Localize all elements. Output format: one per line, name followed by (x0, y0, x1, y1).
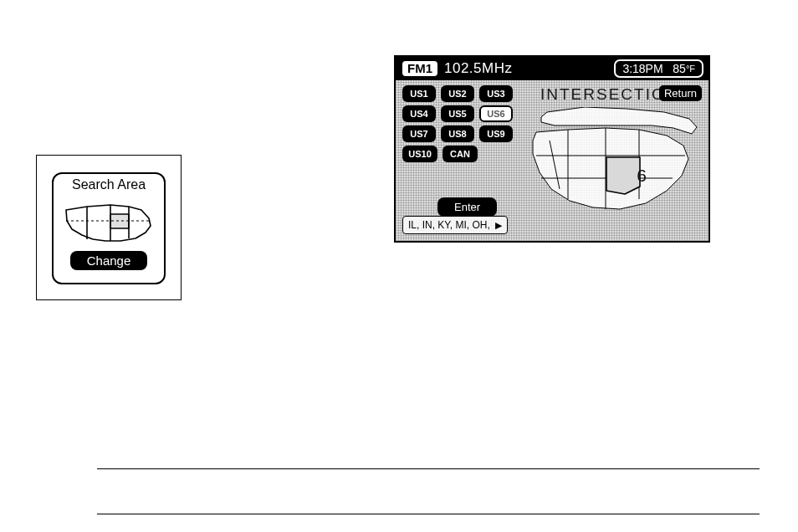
region-grid: US1 US2 US3 US4 US5 US6 US7 US8 US9 US10… (402, 85, 528, 166)
radio-band-chip[interactable]: FM1 (401, 59, 439, 78)
change-button[interactable]: Change (70, 251, 148, 270)
footer-rule-top (97, 468, 760, 469)
search-area-frame: Search Area Change (52, 172, 166, 284)
region-us2[interactable]: US2 (441, 85, 474, 102)
search-area-mini-map (62, 197, 156, 246)
region-us4[interactable]: US4 (402, 105, 436, 122)
region-us8[interactable]: US8 (441, 125, 474, 142)
map-region-number: 6 (637, 166, 647, 186)
region-us10[interactable]: US10 (402, 146, 437, 162)
clock-time: 3:18PM (622, 62, 662, 75)
clock-temp-unit: °F (686, 64, 695, 74)
return-button[interactable]: Return (659, 85, 702, 101)
region-us3[interactable]: US3 (479, 85, 513, 102)
region-can[interactable]: CAN (442, 146, 478, 162)
search-area-title: Search Area (54, 177, 164, 192)
clock-chip: 3:18PM 85°F (614, 59, 703, 78)
search-area-panel: Search Area Change (36, 155, 182, 300)
region-us9[interactable]: US9 (479, 125, 513, 142)
region-us6[interactable]: US6 (479, 105, 513, 122)
nav-screen: FM1 102.5MHz 3:18PM 85°F INTERSECTION Re… (394, 55, 710, 243)
footer-rule-bottom (97, 514, 760, 514)
status-bar: FM1 102.5MHz 3:18PM 85°F (396, 57, 708, 80)
state-list-text: IL, IN, KY, MI, OH, (408, 219, 490, 231)
clock-temp: 85 (673, 62, 686, 75)
screen-title: INTERSECTION (540, 85, 678, 104)
region-us1[interactable]: US1 (402, 85, 436, 102)
enter-button[interactable]: Enter (437, 197, 497, 217)
state-list-strip[interactable]: IL, IN, KY, MI, OH, ▶ (402, 216, 508, 234)
radio-frequency: 102.5MHz (444, 60, 512, 77)
region-us5[interactable]: US5 (441, 105, 474, 122)
scroll-right-icon[interactable]: ▶ (495, 220, 502, 231)
region-us7[interactable]: US7 (402, 125, 436, 142)
region-map-large[interactable] (526, 107, 702, 233)
